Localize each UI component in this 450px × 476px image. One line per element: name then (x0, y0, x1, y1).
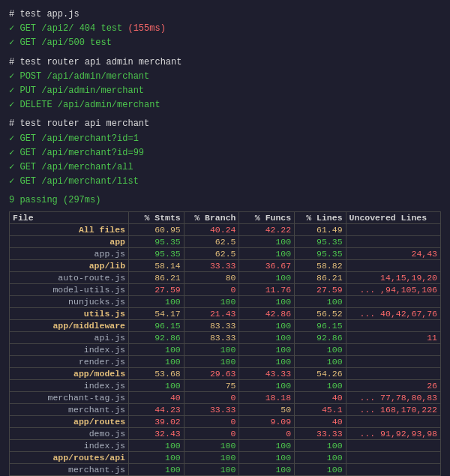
cell-branch: 0 (184, 428, 239, 440)
cell-stmts: 100 (129, 464, 184, 476)
test-item-9: ✓ GET /api/merchant/list (9, 175, 441, 189)
test-section-appjs: # test app.js ✓ GET /api2/ 404 test (155… (9, 7, 441, 51)
cell-branch: 80 (184, 272, 239, 284)
cell-branch: 40.24 (184, 224, 239, 236)
cell-file: app/routes (10, 416, 129, 428)
cell-lines: 86.21 (295, 272, 346, 284)
cell-file: merchant.js (10, 464, 129, 476)
cell-funcs: 0 (239, 428, 295, 440)
table-row: auto-route.js86.218010086.2114,15,19,20 (10, 272, 441, 284)
test-item-4: ✓ PUT /api/admin/merchant (9, 84, 441, 98)
table-row: app/routes39.0209.0940 (10, 416, 441, 428)
cell-stmts: 44.23 (129, 404, 184, 416)
cell-lines: 100 (295, 296, 346, 308)
cell-branch: 0 (184, 392, 239, 404)
cell-branch: 83.33 (184, 332, 239, 344)
cell-lines: 45.1 (295, 404, 346, 416)
cell-funcs: 100 (239, 380, 295, 392)
cell-stmts: 54.17 (129, 308, 184, 320)
test-item-6: ✓ GET /api/merchant?id=1 (9, 132, 441, 146)
cell-funcs: 11.76 (239, 284, 295, 296)
section-header-merchant: # test router api merchant (9, 117, 441, 131)
cell-stmts: 95.35 (129, 236, 184, 248)
cell-funcs: 100 (239, 320, 295, 332)
cell-funcs: 43.33 (239, 368, 295, 380)
cell-lines: 54.26 (295, 368, 346, 380)
cell-file: nunjucks.js (10, 296, 129, 308)
cell-stmts: 32.43 (129, 428, 184, 440)
cell-file: app/lib (10, 260, 129, 272)
cell-uncovered (346, 464, 440, 476)
header-file: File (10, 212, 129, 224)
cell-branch: 33.33 (184, 260, 239, 272)
table-row: app/routes/api100100100100 (10, 452, 441, 464)
table-row: api.js92.8683.3310092.8611 (10, 332, 441, 344)
cell-branch: 100 (184, 464, 239, 476)
cell-lines: 100 (295, 380, 346, 392)
cell-stmts: 27.59 (129, 284, 184, 296)
cell-funcs: 100 (239, 464, 295, 476)
cell-funcs: 100 (239, 272, 295, 284)
cell-stmts: 39.02 (129, 416, 184, 428)
table-row: app/models53.6829.6343.3354.26 (10, 368, 441, 380)
cell-file: model-utils.js (10, 284, 129, 296)
cell-lines: 100 (295, 344, 346, 356)
cell-branch: 0 (184, 416, 239, 428)
cell-file: app/models (10, 368, 129, 380)
table-row: merchant.js44.2333.335045.1... 168,170,2… (10, 404, 441, 416)
table-row: index.js1007510010026 (10, 380, 441, 392)
cell-lines: 92.86 (295, 332, 346, 344)
cell-funcs: 18.18 (239, 392, 295, 404)
cell-branch: 100 (184, 356, 239, 368)
cell-file: index.js (10, 440, 129, 452)
cell-file: auto-route.js (10, 272, 129, 284)
cell-lines: 96.15 (295, 320, 346, 332)
cell-lines: 95.35 (295, 236, 346, 248)
cell-lines: 100 (295, 464, 346, 476)
table-row: merchant-tag.js40018.1840... 77,78,80,83 (10, 392, 441, 404)
cell-funcs: 100 (239, 296, 295, 308)
cell-lines: 27.59 (295, 284, 346, 296)
cell-stmts: 100 (129, 344, 184, 356)
cell-branch: 33.33 (184, 404, 239, 416)
cell-uncovered (346, 452, 440, 464)
cell-stmts: 96.15 (129, 320, 184, 332)
cell-funcs: 100 (239, 248, 295, 260)
cell-file: app/routes/api (10, 452, 129, 464)
cell-file: All files (10, 224, 129, 236)
cell-funcs: 100 (239, 344, 295, 356)
table-row: index.js100100100100 (10, 344, 441, 356)
test-item-1: ✓ GET /api2/ 404 test (155ms) (9, 22, 441, 36)
table-row: All files60.9540.2442.2261.49 (10, 224, 441, 236)
table-row: render.js100100100100 (10, 356, 441, 368)
cell-stmts: 92.86 (129, 332, 184, 344)
test-section-merchant: # test router api merchant ✓ GET /api/me… (9, 117, 441, 189)
test-item-8: ✓ GET /api/merchant/all (9, 160, 441, 175)
cell-stmts: 95.35 (129, 248, 184, 260)
cell-stmts: 100 (129, 440, 184, 452)
cell-branch: 75 (184, 380, 239, 392)
cell-uncovered: ... 91,92,93,98 (346, 428, 440, 440)
cell-funcs: 42.22 (239, 224, 295, 236)
cell-branch: 62.5 (184, 248, 239, 260)
cell-lines: 33.33 (295, 428, 346, 440)
table-row: utils.js54.1721.4342.8656.52... 40,42,67… (10, 308, 441, 320)
table-row: app/lib58.1433.3336.6758.82 (10, 260, 441, 272)
cell-lines: 40 (295, 416, 346, 428)
table-row: app/middleware96.1583.3310096.15 (10, 320, 441, 332)
cell-file: index.js (10, 380, 129, 392)
cell-stmts: 100 (129, 380, 184, 392)
cell-stmts: 86.21 (129, 272, 184, 284)
section-header: # test app.js (9, 7, 441, 22)
test-item-3: ✓ POST /api/admin/merchant (9, 70, 441, 84)
cell-uncovered (346, 296, 440, 308)
cell-uncovered (346, 236, 440, 248)
cell-branch: 100 (184, 344, 239, 356)
cell-lines: 100 (295, 452, 346, 464)
cell-uncovered (346, 416, 440, 428)
test-item-2: ✓ GET /api/500 test (9, 36, 441, 50)
cell-lines: 100 (295, 356, 346, 368)
table-row: app.js95.3562.510095.3524,43 (10, 248, 441, 260)
cell-uncovered: 26 (346, 380, 440, 392)
cell-lines: 40 (295, 392, 346, 404)
